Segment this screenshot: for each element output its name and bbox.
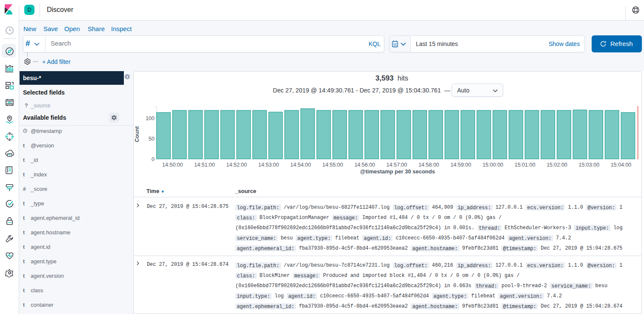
svg-text:14:54:00: 14:54:00 bbox=[290, 162, 311, 168]
svg-text:15:02:00: 15:02:00 bbox=[547, 162, 567, 168]
svg-text:14:56:00: 14:56:00 bbox=[355, 162, 375, 168]
svg-text:14:57:00: 14:57:00 bbox=[386, 162, 407, 168]
svg-text:14:53:00: 14:53:00 bbox=[258, 162, 279, 168]
svg-text:15:01:00: 15:01:00 bbox=[515, 162, 535, 168]
svg-text:14:52:00: 14:52:00 bbox=[226, 162, 247, 168]
svg-text:14:51:00: 14:51:00 bbox=[194, 162, 215, 168]
svg-text:100: 100 bbox=[146, 115, 155, 121]
svg-text:14:59:00: 14:59:00 bbox=[450, 162, 471, 168]
svg-text:50: 50 bbox=[149, 136, 155, 142]
svg-text:14:55:00: 14:55:00 bbox=[322, 162, 343, 168]
svg-text:14:50:00: 14:50:00 bbox=[162, 162, 183, 168]
svg-text:@timestamp per 30 seconds: @timestamp per 30 seconds bbox=[360, 168, 435, 175]
svg-text:Count: Count bbox=[134, 126, 140, 142]
svg-text:14:58:00: 14:58:00 bbox=[418, 162, 439, 168]
svg-text:15:00:00: 15:00:00 bbox=[483, 162, 504, 168]
svg-text:15:03:00: 15:03:00 bbox=[578, 162, 599, 168]
svg-text:0: 0 bbox=[152, 156, 155, 162]
svg-text:15:04:00: 15:04:00 bbox=[611, 162, 632, 168]
